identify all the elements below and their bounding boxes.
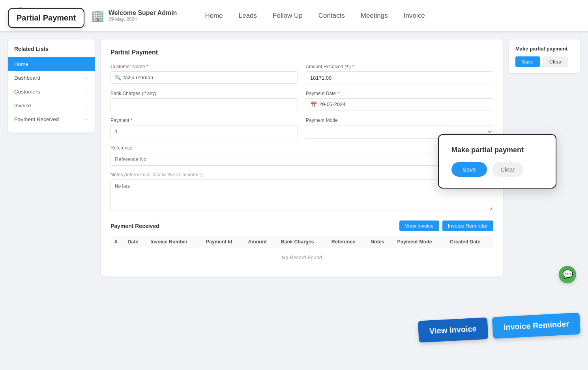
chat-icon: 💬 — [562, 269, 573, 280]
customer-name-label: Customer Name * — [110, 64, 298, 69]
callout-title: Make partial payment — [451, 146, 543, 154]
amount-received-input[interactable] — [306, 71, 493, 84]
make-payment-title: Make partial payment — [515, 46, 574, 52]
customer-name-input[interactable] — [124, 72, 294, 83]
amount-label: Amount Received (₹) * — [306, 64, 493, 69]
navbar: COTGIN CRM 🏢 Welcome Super Admin 29 May,… — [0, 0, 588, 32]
payment-date-group: Payment Date * 📅 — [306, 91, 493, 111]
search-icon: 🔍 — [115, 75, 121, 80]
nav-followup[interactable]: Follow Up — [273, 10, 303, 21]
bank-charges-label: Bank Charges (if any) — [110, 91, 298, 96]
sidebar: Related Lists Home Dashboard → Customers… — [8, 39, 95, 133]
form-row-3: Payment * Payment Mode Cash Bank Transfe… — [110, 118, 493, 139]
float-invoice-reminder-button[interactable]: Invoice Reminder — [492, 312, 581, 339]
payment-group: Payment * — [110, 118, 298, 139]
clear-button-panel[interactable]: Clear — [543, 56, 568, 67]
col-hash: # — [110, 236, 124, 248]
col-payment-mode: Payment Mode — [393, 236, 446, 248]
building-icon: 🏢 — [91, 9, 105, 22]
notes-label: Notes (Internal use. Not visible to cust… — [110, 172, 493, 178]
customer-name-input-wrapper[interactable]: 🔍 — [110, 71, 298, 84]
payment-date-input[interactable] — [319, 99, 489, 110]
partial-payment-badge: Partial Payment — [8, 8, 84, 28]
sidebar-item-dashboard[interactable]: Dashboard → — [8, 71, 95, 85]
callout-box: Make partial payment Save Clear — [438, 134, 556, 189]
payment-date-label: Payment Date * — [306, 91, 493, 96]
sidebar-item-customers[interactable]: Customers → — [8, 85, 95, 99]
col-payment-id: Payment Id — [202, 236, 244, 248]
col-reference: Reference — [328, 236, 367, 248]
form-title: Partial Payment — [110, 49, 493, 56]
reference-input[interactable] — [110, 153, 493, 166]
sidebar-arrow-invoice: → — [84, 103, 88, 108]
payment-mode-label: Payment Mode — [306, 118, 493, 123]
reference-group: Reference — [110, 145, 493, 166]
callout-clear-button[interactable]: Clear — [492, 162, 523, 177]
notes-row: Notes (Internal use. Not visible to cust… — [110, 172, 493, 213]
payment-section-header: Payment Received View Invoice Invoice Re… — [110, 221, 493, 231]
payment-received-section: Payment Received View Invoice Invoice Re… — [110, 221, 493, 267]
make-payment-card: Make partial payment Save Clear — [509, 39, 580, 73]
col-bank-charges: Bank Charges — [277, 236, 328, 248]
welcome-area: 🏢 Welcome Super Admin 29 May, 2024 — [91, 9, 189, 22]
nav-leads[interactable]: Leads — [239, 10, 257, 21]
bank-charges-input[interactable] — [110, 98, 298, 111]
invoice-reminder-button[interactable]: Invoice Reminder — [442, 221, 493, 231]
reference-label: Reference — [110, 145, 493, 151]
view-invoice-button[interactable]: View Invoice — [399, 221, 439, 231]
payment-table: # Date Invoice Number Payment Id Amount … — [110, 236, 493, 267]
col-created-date: Created Date — [446, 236, 493, 248]
reference-row: Reference — [110, 145, 493, 166]
nav-contacts[interactable]: Contacts — [318, 10, 345, 21]
sidebar-title: Related Lists — [8, 46, 95, 57]
action-btns: Save Clear — [515, 56, 574, 67]
save-button-panel[interactable]: Save — [515, 56, 540, 67]
payment-btn-group: View Invoice Invoice Reminder — [399, 221, 493, 231]
sidebar-item-invoice[interactable]: Invoice → — [8, 99, 95, 112]
sidebar-item-home[interactable]: Home — [8, 57, 95, 71]
sidebar-item-payment-received[interactable]: Payment Received → — [8, 112, 95, 126]
payment-date-wrapper[interactable]: 📅 — [306, 98, 493, 110]
col-notes: Notes — [367, 236, 393, 248]
notes-textarea[interactable] — [110, 179, 493, 211]
form-row-1: Customer Name * 🔍 Amount Received (₹) * — [110, 64, 493, 84]
welcome-text: Welcome Super Admin 29 May, 2024 — [109, 9, 177, 22]
no-record-cell: No Record Found — [110, 248, 493, 267]
amount-received-group: Amount Received (₹) * — [306, 64, 493, 84]
nav-invoice[interactable]: Invoice — [404, 10, 425, 21]
payment-input[interactable] — [110, 125, 298, 138]
bank-charges-group: Bank Charges (if any) — [110, 91, 298, 111]
callout-save-button[interactable]: Save — [451, 162, 487, 177]
nav-meetings[interactable]: Meetings — [361, 10, 388, 21]
float-view-invoice-button[interactable]: View Invoice — [418, 318, 488, 343]
payment-section-title: Payment Received — [110, 223, 159, 229]
customer-name-group: Customer Name * 🔍 — [110, 64, 298, 84]
chat-fab[interactable]: 💬 — [559, 266, 576, 283]
payment-label: Payment * — [110, 118, 298, 123]
callout-btns: Save Clear — [451, 162, 543, 177]
nav-links: Home Leads Follow Up Contacts Meetings I… — [205, 10, 425, 21]
col-date: Date — [124, 236, 146, 248]
col-amount: Amount — [244, 236, 277, 248]
sidebar-arrow-dashboard: → — [84, 75, 88, 81]
main-content: Partial Payment Customer Name * 🔍 Amount… — [101, 39, 503, 362]
calendar-icon: 📅 — [310, 101, 317, 108]
form-row-2: Bank Charges (if any) Payment Date * 📅 — [110, 91, 493, 111]
sidebar-arrow-payment: → — [84, 117, 88, 122]
nav-home[interactable]: Home — [205, 10, 223, 21]
col-invoice-number: Invoice Number — [146, 236, 202, 248]
sidebar-arrow-customers: → — [84, 89, 88, 95]
